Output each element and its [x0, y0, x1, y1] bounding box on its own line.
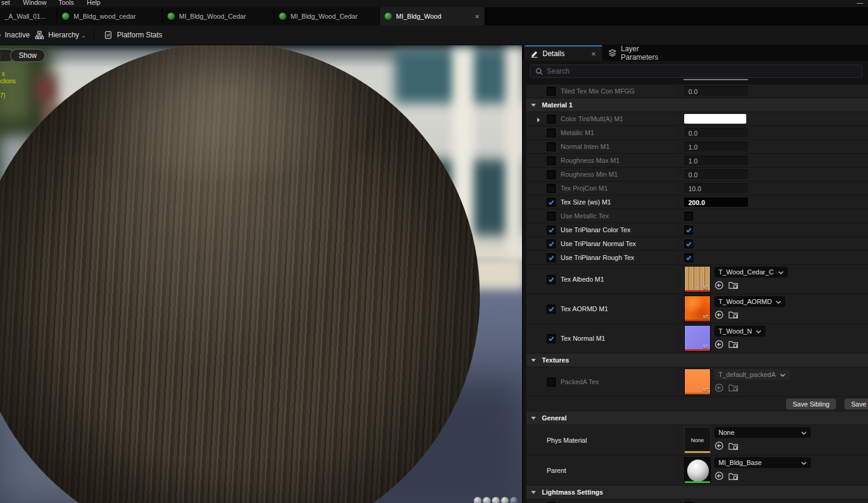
override-checkbox[interactable]	[547, 253, 556, 262]
browse-to-asset-icon[interactable]	[728, 383, 738, 394]
shape-cube-button[interactable]	[501, 497, 509, 503]
value-checkbox[interactable]	[684, 226, 693, 235]
close-icon[interactable]: ✕	[467, 13, 480, 20]
editor-tab--a-wall-01-[interactable]: _A_Wall_01...	[0, 7, 57, 25]
override-checkbox[interactable]	[547, 334, 556, 343]
asset-thumbnail[interactable]	[684, 457, 711, 484]
layers-icon	[608, 49, 617, 57]
chevron-down-icon	[756, 327, 761, 335]
override-checkbox[interactable]	[547, 170, 556, 179]
window-minimize-icon[interactable]: —	[857, 0, 863, 6]
category-header[interactable]: Textures	[526, 353, 868, 367]
param-label: Tex AORMD M1	[561, 305, 608, 312]
editor-tab-mi-bldg-wood[interactable]: MI_Bldg_Wood✕	[380, 7, 485, 25]
tab-layer-parameters[interactable]: Layer Parameters	[602, 45, 673, 61]
value-field[interactable]: 1.0	[684, 156, 748, 165]
shape-cylinder-button[interactable]	[474, 497, 482, 503]
collapse-triangle-icon	[531, 417, 536, 420]
value-field[interactable]: 200.0	[684, 197, 748, 207]
asset-thumbnail[interactable]: None	[684, 427, 711, 454]
override-checkbox[interactable]	[547, 239, 556, 248]
browse-to-asset-icon[interactable]	[728, 310, 738, 321]
shape-sphere-button[interactable]	[483, 497, 491, 503]
override-checkbox[interactable]	[547, 226, 556, 235]
shape-plane-button[interactable]	[492, 497, 500, 503]
editor-tab-label: MI_Bldg_Wood_Cedar	[179, 13, 246, 20]
value-field[interactable]: 10.0	[684, 183, 748, 193]
override-checkbox[interactable]	[547, 212, 556, 221]
override-checkbox[interactable]	[547, 184, 556, 193]
category-header[interactable]: General	[526, 411, 868, 425]
save-child-button[interactable]: Save Child	[844, 399, 868, 410]
menu-item-help[interactable]: Help	[87, 0, 101, 6]
close-icon[interactable]: ✕	[576, 51, 596, 57]
value-field[interactable]: 0.0	[684, 86, 748, 96]
expand-arrow-icon[interactable]	[537, 118, 540, 122]
asset-thumbnail[interactable]: VT	[684, 266, 711, 293]
override-checkbox[interactable]	[547, 128, 556, 138]
asset-dropdown[interactable]: None	[714, 427, 811, 438]
preview-viewport[interactable]: Lit Show s ctions 7)	[0, 45, 522, 503]
asset-thumbnail[interactable]: VT	[684, 296, 711, 322]
use-selected-asset-icon[interactable]	[714, 441, 724, 453]
asset-dropdown[interactable]: T_Wood_AORMD	[714, 296, 785, 307]
asset-dropdown[interactable]: T_default_packedA	[714, 369, 790, 380]
virtual-texture-badge: VT	[703, 344, 708, 349]
use-selected-asset-icon[interactable]	[714, 340, 724, 352]
show-button[interactable]: Show	[10, 49, 45, 62]
browse-to-asset-icon[interactable]	[728, 472, 738, 483]
use-selected-asset-icon[interactable]	[714, 280, 724, 293]
menu-item-asset[interactable]: set	[1, 0, 10, 6]
editor-tab-mi-bldg-wood-cedar[interactable]: MI_Bldg_Wood_Cedar	[274, 7, 380, 25]
override-checkbox[interactable]	[547, 142, 556, 151]
platform-stats-icon	[104, 31, 113, 42]
override-checkbox[interactable]	[547, 156, 556, 165]
menu-item-window[interactable]: Window	[23, 0, 46, 6]
category-header[interactable]: Lightmass Settings	[526, 486, 868, 499]
param-label-cell: Roughness Min M1	[526, 168, 678, 181]
platform-stats-button[interactable]: Platform Stats	[117, 25, 162, 45]
value-field[interactable]: 1.0	[684, 142, 748, 151]
browse-to-asset-icon[interactable]	[728, 340, 738, 351]
value-checkbox[interactable]	[684, 212, 693, 221]
color-swatch[interactable]	[684, 114, 746, 124]
use-selected-asset-icon[interactable]	[714, 310, 724, 322]
search-input[interactable]: Search	[530, 65, 863, 78]
value-checkbox[interactable]	[684, 253, 693, 262]
param-value-cell: 1.0	[678, 140, 868, 153]
save-sibling-button[interactable]: Save Sibling	[786, 399, 836, 410]
editor-tab-mi-bldg-wood-cedar[interactable]: MI_Bldg_Wood_Cedar	[163, 7, 274, 25]
override-checkbox[interactable]	[547, 305, 556, 314]
asset-thumbnail[interactable]: VT	[684, 369, 711, 395]
tab-details[interactable]: Details ✕	[524, 45, 602, 61]
param-label: Parent	[547, 467, 566, 474]
asset-dropdown-label: T_default_packedA	[719, 371, 776, 378]
value-checkbox[interactable]	[684, 239, 693, 248]
browse-to-asset-icon[interactable]	[728, 441, 738, 453]
override-checkbox[interactable]	[547, 378, 556, 387]
override-checkbox[interactable]	[547, 115, 556, 124]
asset-controls: T_Wood_Cedar_C	[714, 267, 788, 293]
hierarchy-button[interactable]: Hierarchy ⌄	[48, 25, 86, 45]
menu-item-tools[interactable]: Tools	[58, 0, 74, 6]
virtual-texture-badge: VT	[703, 285, 708, 289]
asset-thumbnail[interactable]: VT	[684, 325, 711, 352]
override-checkbox[interactable]	[547, 275, 556, 284]
param-label-cell: Roughness Max M1	[526, 154, 678, 167]
category-header[interactable]: Material 1	[526, 98, 868, 112]
shape-custom-button[interactable]	[510, 497, 518, 503]
value-field[interactable]: 0.0	[684, 169, 748, 179]
param-label-cell: Normal Inten M1	[526, 140, 678, 153]
value-field[interactable]: 0.0	[684, 128, 748, 138]
asset-dropdown[interactable]: T_Wood_N	[714, 326, 766, 337]
param-value-cell	[678, 251, 868, 264]
override-checkbox[interactable]	[547, 87, 556, 96]
chevron-down-icon: ⌄	[81, 33, 86, 39]
use-selected-asset-icon[interactable]	[714, 383, 724, 395]
use-selected-asset-icon[interactable]	[714, 471, 724, 483]
asset-dropdown[interactable]: MI_Bldg_Base	[714, 457, 811, 468]
browse-to-asset-icon[interactable]	[728, 280, 738, 292]
override-checkbox[interactable]	[547, 198, 556, 207]
asset-dropdown[interactable]: T_Wood_Cedar_C	[714, 267, 788, 277]
editor-tab-m-bldg-wood-cedar[interactable]: M_Bldg_wood_cedar	[57, 7, 163, 25]
